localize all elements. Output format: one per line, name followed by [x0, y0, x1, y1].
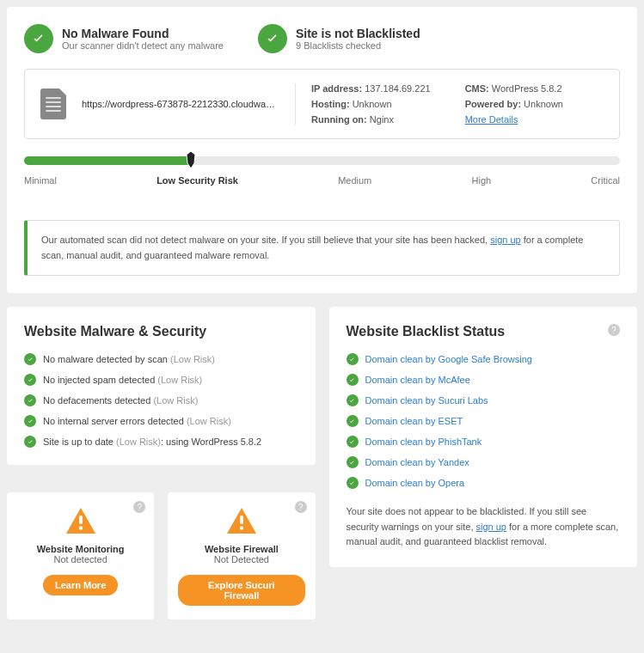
risk-level-critical: Critical	[591, 175, 620, 186]
divider	[295, 83, 296, 125]
cms-label: CMS:	[465, 83, 489, 94]
warning-icon	[225, 506, 258, 535]
blacklist-item[interactable]: Domain clean by ESET	[347, 415, 621, 427]
security-item: Site is up to date (Low Risk): using Wor…	[24, 436, 298, 448]
more-details-link[interactable]: More Details	[465, 114, 518, 125]
mini-cards-row: ? Website Monitoring Not detected Learn …	[7, 492, 316, 619]
explore-firewall-button[interactable]: Explore Sucuri Firewall	[178, 575, 304, 606]
running-label: Running on:	[311, 114, 367, 125]
check-icon	[347, 456, 359, 468]
blacklist-title: Website Blacklist Status	[347, 324, 621, 339]
details-row: Website Malware & Security No malware de…	[7, 307, 637, 619]
powered-label: Powered by:	[465, 99, 521, 109]
check-icon	[24, 24, 53, 53]
security-card: Website Malware & Security No malware de…	[7, 307, 316, 465]
svg-rect-1	[79, 527, 83, 530]
blacklist-status: Site is not Blacklisted 9 Blacklists che…	[258, 24, 420, 53]
firewall-card: ? Website Firewall Not Detected Explore …	[168, 492, 315, 619]
svg-rect-0	[79, 516, 83, 524]
monitoring-title: Website Monitoring	[17, 544, 144, 554]
scan-note: Our automated scan did not detect malwar…	[24, 220, 620, 276]
site-meta: IP address: 137.184.69.221 Hosting: Unkn…	[311, 83, 563, 125]
site-url: https://wordpress-673878-2212330.cloudwa…	[82, 99, 279, 109]
check-icon	[24, 436, 36, 448]
check-icon	[347, 394, 359, 406]
blacklist-list: Domain clean by Google Safe Browsing Dom…	[347, 353, 621, 489]
risk-level-minimal: Minimal	[24, 175, 57, 186]
warning-icon	[64, 506, 97, 535]
monitoring-card: ? Website Monitoring Not detected Learn …	[7, 492, 154, 619]
blacklist-item[interactable]: Domain clean by Sucuri Labs	[347, 394, 621, 406]
risk-meter: Minimal Low Security Risk Medium High Cr…	[24, 156, 620, 186]
blacklist-item[interactable]: Domain clean by McAfee	[347, 374, 621, 386]
firewall-sub: Not Detected	[178, 554, 304, 565]
security-item: No internal server errors detected (Low …	[24, 415, 298, 427]
risk-fill	[24, 156, 191, 165]
ip-label: IP address:	[311, 83, 362, 94]
site-info-box: https://wordpress-673878-2212330.cloudwa…	[24, 69, 620, 139]
malware-subtitle: Our scanner didn't detect any malware	[62, 40, 224, 51]
risk-level-low: Low Security Risk	[156, 175, 238, 186]
monitoring-sub: Not detected	[17, 554, 144, 565]
check-icon	[347, 477, 359, 489]
malware-title: No Malware Found	[62, 27, 224, 40]
risk-level-medium: Medium	[338, 175, 371, 186]
hosting-value: Unknown	[353, 99, 392, 109]
check-icon	[24, 374, 36, 386]
malware-status: No Malware Found Our scanner didn't dete…	[24, 24, 224, 53]
security-item: No malware detected by scan (Low Risk)	[24, 353, 298, 365]
check-icon	[347, 374, 359, 386]
status-row: No Malware Found Our scanner didn't dete…	[24, 24, 620, 53]
check-icon	[347, 353, 359, 365]
check-icon	[24, 415, 36, 427]
note-prefix: Our automated scan did not detect malwar…	[41, 235, 490, 245]
blacklist-desc: Your site does not appear to be blacklis…	[347, 504, 621, 550]
help-icon[interactable]: ?	[295, 501, 307, 513]
check-icon	[347, 436, 359, 448]
risk-track	[24, 156, 620, 165]
blacklist-item[interactable]: Domain clean by PhishTank	[347, 436, 621, 448]
firewall-title: Website Firewall	[178, 544, 304, 554]
svg-rect-3	[240, 527, 243, 530]
check-icon	[258, 24, 287, 53]
blacklist-title: Site is not Blacklisted	[296, 27, 420, 40]
risk-level-high: High	[472, 175, 492, 186]
check-icon	[24, 394, 36, 406]
summary-card: No Malware Found Our scanner didn't dete…	[7, 7, 637, 293]
signup-link[interactable]: sign up	[476, 522, 506, 532]
running-value: Nginx	[370, 114, 394, 125]
blacklist-card: ? Website Blacklist Status Domain clean …	[329, 307, 638, 567]
powered-value: Unknown	[524, 99, 563, 109]
document-icon	[40, 88, 66, 119]
hosting-label: Hosting:	[311, 99, 350, 109]
blacklist-item[interactable]: Domain clean by Opera	[347, 477, 621, 489]
learn-more-button[interactable]: Learn More	[43, 575, 118, 595]
security-list: No malware detected by scan (Low Risk) N…	[24, 353, 298, 448]
security-title: Website Malware & Security	[24, 324, 298, 339]
check-icon	[24, 353, 36, 365]
security-item: No injected spam detected (Low Risk)	[24, 374, 298, 386]
signup-link[interactable]: sign up	[490, 235, 520, 245]
cms-value: WordPress 5.8.2	[492, 83, 562, 94]
blacklist-item[interactable]: Domain clean by Google Safe Browsing	[347, 353, 621, 365]
security-item: No defacements detected (Low Risk)	[24, 394, 298, 406]
svg-rect-2	[240, 516, 243, 524]
blacklist-item[interactable]: Domain clean by Yandex	[347, 456, 621, 468]
help-icon[interactable]: ?	[133, 501, 145, 513]
ip-value: 137.184.69.221	[365, 83, 430, 94]
check-icon	[347, 415, 359, 427]
blacklist-subtitle: 9 Blacklists checked	[296, 40, 420, 51]
risk-labels: Minimal Low Security Risk Medium High Cr…	[24, 175, 620, 186]
risk-pointer-icon	[186, 151, 196, 168]
